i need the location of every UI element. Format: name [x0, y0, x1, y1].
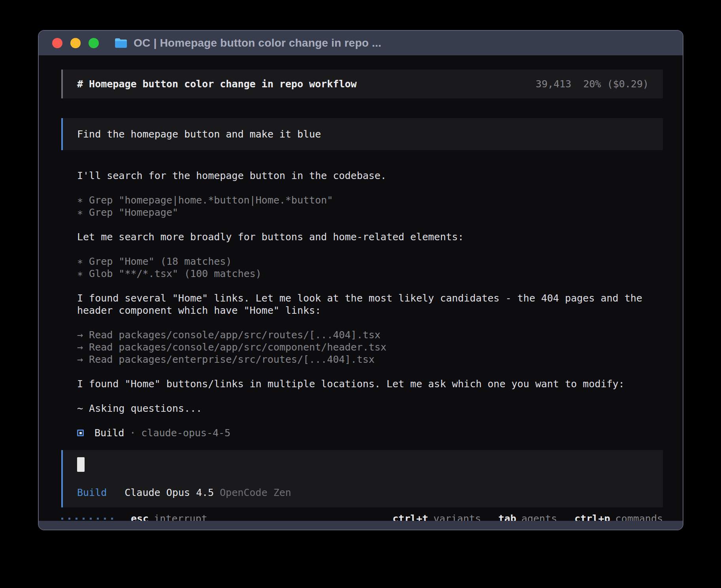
session-title: # Homepage button color change in repo w…	[77, 78, 357, 90]
tab-key-hint: tab	[498, 513, 516, 521]
window-bottom-strip	[39, 521, 683, 530]
spacer	[77, 182, 663, 194]
tool-call-read: → Read packages/console/app/src/componen…	[77, 341, 663, 353]
context-cost: 20% ($0.29)	[583, 78, 649, 90]
input-meta: Build Claude Opus 4.5 OpenCode Zen	[77, 486, 649, 499]
assistant-text: Let me search more broadly for buttons a…	[77, 231, 663, 243]
esc-key-hint: esc	[131, 513, 149, 521]
user-message: Find the homepage button and make it blu…	[61, 118, 663, 150]
shortcut-agents: tab agents	[498, 513, 557, 521]
tool-call-read: → Read packages/enterprise/src/routes/[.…	[77, 353, 663, 366]
variants-label: variants	[433, 513, 481, 521]
ctrl-p-key-hint: ctrl+p	[574, 513, 610, 521]
spacer	[77, 280, 663, 292]
close-button[interactable]	[52, 38, 62, 48]
agent-separator: ·	[130, 427, 136, 439]
provider-label: OpenCode Zen	[220, 486, 291, 499]
spacer	[77, 243, 663, 255]
agent-badge-icon	[77, 430, 84, 436]
status-left: esc interrupt	[61, 513, 208, 521]
shortcut-variants: ctrl+t variants	[393, 513, 481, 521]
model-label[interactable]: Claude Opus 4.5	[125, 486, 214, 499]
tool-call-glob: ∗ Glob "**/*.tsx" (100 matches)	[77, 268, 663, 280]
traffic-lights	[52, 38, 99, 48]
terminal-window: OC | Homepage button color change in rep…	[38, 30, 683, 530]
mode-label[interactable]: Build	[77, 486, 107, 499]
assistant-status: ~ Asking questions...	[77, 402, 663, 415]
spacer	[77, 415, 663, 427]
tool-call-grep: ∗ Grep "Homepage"	[77, 206, 663, 219]
agent-attribution: Build · claude-opus-4-5	[77, 427, 663, 439]
assistant-text: I'll search for the homepage button in t…	[77, 170, 663, 182]
ctrl-t-key-hint: ctrl+t	[393, 513, 428, 521]
spacer	[77, 219, 663, 231]
window-title: OC | Homepage button color change in rep…	[134, 37, 381, 49]
spinner-dots	[61, 518, 113, 520]
spacer	[77, 317, 663, 329]
session-stats: 39,41320% ($0.29)	[536, 78, 649, 90]
assistant-text: I found several "Home" links. Let me loo…	[77, 292, 663, 317]
status-bar: esc interrupt ctrl+t variants tab agents…	[61, 513, 663, 521]
user-message-text: Find the homepage button and make it blu…	[77, 128, 321, 140]
interrupt-label: interrupt	[154, 513, 207, 521]
token-count: 39,413	[536, 78, 571, 90]
tool-call-grep: ∗ Grep "homepage|home.*button|Home.*butt…	[77, 194, 663, 206]
minimize-button[interactable]	[70, 38, 81, 48]
assistant-flow: I'll search for the homepage button in t…	[61, 170, 663, 439]
spacer	[77, 390, 663, 402]
title-bar: OC | Homepage button color change in rep…	[39, 31, 683, 55]
folder-icon	[115, 38, 127, 48]
assistant-text: I found "Home" buttons/links in multiple…	[77, 378, 663, 390]
agent-name: Build	[94, 427, 124, 439]
text-cursor	[77, 457, 85, 472]
status-right: ctrl+t variants tab agents ctrl+p comman…	[375, 513, 663, 521]
agents-label: agents	[521, 513, 557, 521]
terminal-content: # Homepage button color change in repo w…	[39, 55, 683, 521]
spacer	[77, 366, 663, 378]
agent-model: claude-opus-4-5	[141, 427, 230, 439]
shortcut-commands: ctrl+p commands	[574, 513, 663, 521]
prompt-input[interactable]: Build Claude Opus 4.5 OpenCode Zen	[61, 450, 663, 507]
tool-call-read: → Read packages/console/app/src/routes/[…	[77, 329, 663, 341]
zoom-button[interactable]	[89, 38, 99, 48]
commands-label: commands	[615, 513, 663, 521]
session-header: # Homepage button color change in repo w…	[61, 70, 663, 98]
tool-call-grep: ∗ Grep "Home" (18 matches)	[77, 255, 663, 268]
